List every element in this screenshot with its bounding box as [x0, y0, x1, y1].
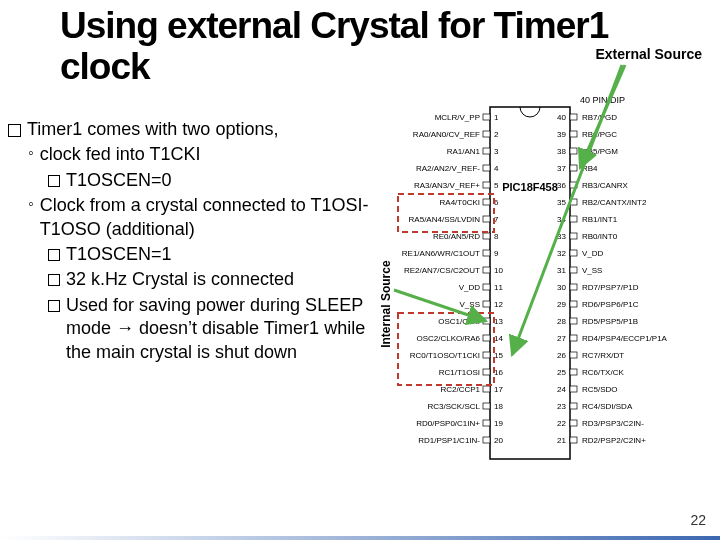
svg-rect-51: [483, 216, 490, 222]
svg-rect-43: [483, 199, 490, 205]
svg-rect-115: [483, 352, 490, 358]
text: Used for saving power during SLEEP mode …: [66, 294, 388, 364]
svg-rect-155: [483, 437, 490, 443]
svg-rect-159: [570, 437, 577, 443]
svg-text:5: 5: [494, 181, 499, 190]
svg-text:RD4/PSP4/ECCP1/P1A: RD4/PSP4/ECCP1/P1A: [582, 334, 668, 343]
svg-rect-19: [483, 148, 490, 154]
svg-text:RC2/CCP1: RC2/CCP1: [440, 385, 480, 394]
text: 32 k.Hz Crystal is connected: [66, 268, 294, 291]
svg-text:27: 27: [557, 334, 566, 343]
text: Timer1 comes with two options,: [27, 118, 278, 141]
svg-text:RB1/INT1: RB1/INT1: [582, 215, 618, 224]
svg-text:39: 39: [557, 130, 566, 139]
svg-text:4: 4: [494, 164, 499, 173]
svg-rect-111: [570, 335, 577, 341]
svg-rect-119: [570, 352, 577, 358]
svg-text:RD7/PSP7/P1D: RD7/PSP7/P1D: [582, 283, 639, 292]
svg-rect-139: [483, 403, 490, 409]
svg-text:11: 11: [494, 283, 503, 292]
svg-rect-131: [483, 386, 490, 392]
svg-text:10: 10: [494, 266, 503, 275]
svg-text:RC4/SDI/SDA: RC4/SDI/SDA: [582, 402, 633, 411]
svg-text:RE1/AN6/WR/C1OUT: RE1/AN6/WR/C1OUT: [402, 249, 480, 258]
svg-text:OSC2/CLKO/RA6: OSC2/CLKO/RA6: [416, 334, 480, 343]
svg-text:RA5/AN4/SS/LVDIN: RA5/AN4/SS/LVDIN: [409, 215, 481, 224]
square-bullet-icon: [48, 274, 60, 286]
svg-text:RC7/RX/DT: RC7/RX/DT: [582, 351, 624, 360]
circle-bullet-icon: ◦: [28, 143, 34, 166]
svg-text:RD3/PSP3/C2IN-: RD3/PSP3/C2IN-: [582, 419, 644, 428]
svg-text:2: 2: [494, 130, 499, 139]
footer-gradient: [0, 536, 720, 540]
svg-text:22: 22: [557, 419, 566, 428]
svg-text:V_DD: V_DD: [459, 283, 481, 292]
svg-text:RE0/AN5/RD: RE0/AN5/RD: [433, 232, 480, 241]
bullet-level1: ◦ Clock from a crystal connected to T1OS…: [8, 194, 388, 241]
svg-text:MCLR/V_PP: MCLR/V_PP: [435, 113, 480, 122]
bullet-level1: ◦ clock fed into T1CKI: [8, 143, 388, 166]
svg-rect-15: [570, 131, 577, 137]
slide: Using external Crystal for Timer1 clock …: [0, 0, 720, 540]
body-text: Timer1 comes with two options, ◦ clock f…: [8, 118, 388, 366]
svg-text:RE2/AN7/CS/C2OUT: RE2/AN7/CS/C2OUT: [404, 266, 480, 275]
text: T1OSCEN=0: [66, 169, 172, 192]
svg-rect-75: [483, 267, 490, 273]
svg-text:RD1/PSP1/C1IN-: RD1/PSP1/C1IN-: [418, 436, 480, 445]
svg-text:40 PIN DIP: 40 PIN DIP: [580, 95, 625, 105]
svg-text:16: 16: [494, 368, 503, 377]
svg-text:8: 8: [494, 232, 499, 241]
svg-text:24: 24: [557, 385, 566, 394]
svg-text:RB3/CANRX: RB3/CANRX: [582, 181, 628, 190]
svg-text:RB2/CANTX/INT2: RB2/CANTX/INT2: [582, 198, 647, 207]
svg-text:RB6/PGC: RB6/PGC: [582, 130, 617, 139]
svg-rect-151: [570, 420, 577, 426]
svg-rect-55: [570, 216, 577, 222]
circle-bullet-icon: ◦: [28, 194, 34, 241]
bullet-level2: T1OSCEN=1: [8, 243, 388, 266]
square-bullet-icon: [48, 249, 60, 261]
chip-svg: 40 PIN DIP1MCLR/V_PP40RB7/PGD2RA0/AN0/CV…: [370, 95, 700, 475]
svg-text:25: 25: [557, 368, 566, 377]
page-number: 22: [690, 512, 706, 528]
svg-text:RA4/T0CKI: RA4/T0CKI: [440, 198, 480, 207]
square-bullet-icon: [8, 124, 21, 137]
svg-text:13: 13: [494, 317, 503, 326]
svg-rect-91: [483, 301, 490, 307]
svg-text:RC1/T1OSI: RC1/T1OSI: [439, 368, 480, 377]
svg-rect-7: [570, 114, 577, 120]
svg-rect-23: [570, 148, 577, 154]
text: Clock from a crystal connected to T1OSI-…: [40, 194, 388, 241]
svg-text:14: 14: [494, 334, 503, 343]
svg-rect-127: [570, 369, 577, 375]
svg-text:23: 23: [557, 402, 566, 411]
svg-text:38: 38: [557, 147, 566, 156]
svg-text:18: 18: [494, 402, 503, 411]
text: T1OSCEN=1: [66, 243, 172, 266]
svg-rect-3: [483, 114, 490, 120]
svg-text:RA3/AN3/V_REF+: RA3/AN3/V_REF+: [414, 181, 480, 190]
svg-rect-123: [483, 369, 490, 375]
svg-text:RD2/PSP2/C2IN+: RD2/PSP2/C2IN+: [582, 436, 646, 445]
svg-rect-31: [570, 165, 577, 171]
svg-rect-67: [483, 250, 490, 256]
svg-text:20: 20: [494, 436, 503, 445]
svg-text:36: 36: [557, 181, 566, 190]
svg-text:19: 19: [494, 419, 503, 428]
svg-rect-71: [570, 250, 577, 256]
chip-diagram: 40 PIN DIP1MCLR/V_PP40RB7/PGD2RA0/AN0/CV…: [370, 95, 700, 475]
slide-title: Using external Crystal for Timer1 clock: [60, 6, 650, 87]
internal-source-label: Internal Source: [379, 260, 393, 348]
svg-rect-147: [483, 420, 490, 426]
svg-text:3: 3: [494, 147, 499, 156]
svg-text:RB0/INT0: RB0/INT0: [582, 232, 618, 241]
svg-rect-11: [483, 131, 490, 137]
svg-text:V_DD: V_DD: [582, 249, 604, 258]
svg-rect-63: [570, 233, 577, 239]
svg-text:37: 37: [557, 164, 566, 173]
svg-rect-107: [483, 335, 490, 341]
svg-text:17: 17: [494, 385, 503, 394]
svg-text:1: 1: [494, 113, 499, 122]
svg-rect-79: [570, 267, 577, 273]
svg-text:RC0/T1OSO/T1CKI: RC0/T1OSO/T1CKI: [410, 351, 480, 360]
